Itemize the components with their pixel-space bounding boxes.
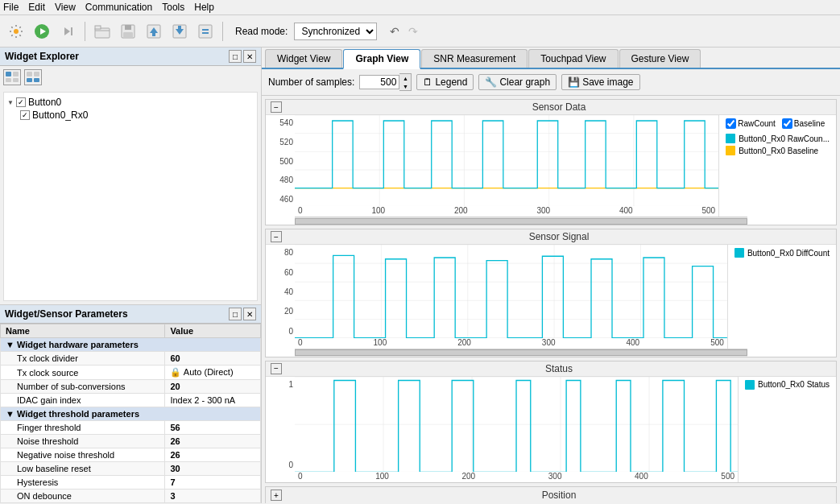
samples-spin-down[interactable]: ▼ (399, 82, 411, 90)
tab-gesture-view[interactable]: Gesture View (619, 49, 701, 68)
position-chart: + Position (265, 486, 837, 503)
sensor-data-scrollbar[interactable] (295, 217, 747, 225)
svg-rect-8 (125, 25, 131, 30)
clear-graph-btn[interactable]: 🔧 Clear graph (478, 74, 557, 90)
samples-input[interactable] (359, 75, 399, 89)
undo-btn[interactable]: ↶ (387, 23, 403, 39)
sensor-signal-collapse-btn[interactable]: − (271, 231, 282, 242)
tree-item-button0[interactable]: ▼ Button0 (7, 96, 254, 109)
menu-view[interactable]: View (55, 2, 76, 13)
svg-rect-21 (27, 72, 32, 76)
sensor-signal-header: − Sensor Signal (266, 229, 836, 245)
svg-rect-5 (95, 28, 110, 38)
svg-rect-19 (6, 78, 11, 82)
sensor-signal-scrollbar-inner (295, 349, 747, 356)
status-xaxis: 0 100 200 300 400 500 (295, 472, 738, 481)
params-row-finger-threshold: Finger threshold 56 (1, 421, 261, 435)
read-mode-select[interactable]: Synchronized Free run (294, 23, 377, 40)
menu-file[interactable]: File (3, 2, 19, 13)
tree-item-button0-rx0[interactable]: Button0_Rx0 (20, 109, 254, 122)
legend-btn[interactable]: 🗒 Legend (416, 74, 474, 90)
tab-snr-measurement[interactable]: SNR Measurement (421, 49, 528, 68)
params-row-idac: IDAC gain index Index 2 - 300 nA (1, 394, 261, 407)
svg-rect-6 (95, 26, 101, 29)
sensor-signal-yaxis: 80 60 40 20 0 (266, 245, 295, 349)
params-row-neg-noise-threshold: Negative noise threshold 26 (1, 448, 261, 462)
position-header: + Position (266, 487, 836, 503)
status-header: − Status (266, 361, 836, 377)
widget-collapse-all-btn[interactable] (24, 69, 42, 85)
tree-checkbox-button0-rx0[interactable] (20, 110, 30, 120)
params-row-tx-clock-divider: Tx clock divider 60 (1, 352, 261, 366)
params-collapse-btn[interactable]: □ (229, 308, 242, 320)
legend-label: Legend (435, 76, 467, 88)
settings-btn[interactable] (5, 20, 27, 43)
rawcount-checkbox[interactable] (726, 118, 736, 129)
step-btn[interactable] (56, 20, 79, 43)
svg-rect-18 (13, 72, 19, 76)
menu-communication[interactable]: Communication (85, 2, 152, 13)
tab-touchpad-view[interactable]: Touchpad View (528, 49, 618, 68)
save-image-btn[interactable]: 💾 Save image (561, 74, 639, 90)
sensor-signal-scrollbar[interactable] (295, 349, 747, 357)
clear-graph-label: Clear graph (499, 76, 550, 88)
samples-spin-up[interactable]: ▲ (399, 74, 411, 82)
params-on-debounce-name: ON debounce (1, 490, 165, 503)
menu-edit[interactable]: Edit (28, 2, 45, 13)
status-label: Button0_Rx0 Status (758, 380, 830, 389)
charts-area: − Sensor Data 540 520 500 480 460 (262, 96, 840, 503)
legend-icon: 🗒 (423, 76, 432, 88)
sensor-data-baseline-check[interactable]: Baseline (782, 118, 825, 129)
widget-collapse-btn[interactable]: □ (229, 50, 242, 63)
status-main: 0 100 200 300 400 500 (295, 377, 738, 482)
sensor-data-legend-baseline: Button0_Rx0 Baseline (726, 146, 830, 155)
save-btn[interactable] (117, 20, 139, 43)
params-idac-value: Index 2 - 300 nA (165, 394, 261, 407)
sensor-data-main: 0 100 200 300 400 500 (295, 115, 718, 217)
toolbar-sep-1 (85, 22, 85, 41)
baseline-checkbox[interactable] (782, 118, 792, 129)
params-noise-threshold-name: Noise threshold (1, 435, 165, 448)
params-table: Name Value ▼ Widget hardware parameters … (0, 324, 261, 503)
tab-widget-view[interactable]: Widget View (265, 49, 342, 68)
params-close-btn[interactable]: ✕ (243, 308, 256, 320)
open-btn[interactable] (91, 20, 114, 43)
sensor-data-rawcount-check[interactable]: RawCount (726, 118, 776, 129)
samples-input-wrap: ▲ ▼ (359, 73, 412, 91)
sensor-signal-svg-area (295, 245, 727, 338)
redo-btn[interactable]: ↷ (405, 23, 421, 39)
tree-checkbox-button0[interactable] (16, 97, 26, 107)
sensor-data-collapse-btn[interactable]: − (271, 101, 282, 113)
params-low-baseline-value: 30 (165, 462, 261, 476)
widget-toolbar (0, 66, 261, 89)
sensor-data-xaxis: 0 100 200 300 400 500 (295, 206, 718, 215)
svg-rect-12 (152, 33, 155, 36)
upload-btn[interactable] (143, 20, 165, 43)
samples-spin: ▲ ▼ (399, 73, 412, 91)
widget-tree: ▼ Button0 Button0_Rx0 (3, 92, 258, 301)
tab-graph-view[interactable]: Graph View (343, 49, 420, 69)
status-collapse-btn[interactable]: − (271, 363, 282, 374)
svg-rect-36 (295, 245, 727, 338)
params-sub-conversions-name: Number of sub-conversions (1, 380, 165, 394)
params-header-icons: □ ✕ (229, 308, 256, 320)
run-btn[interactable] (31, 20, 53, 43)
menu-tools[interactable]: Tools (162, 2, 184, 13)
widget-explorer-title: Widget Explorer (5, 51, 79, 62)
params-title: Widget/Sensor Parameters (5, 308, 128, 320)
svg-rect-9 (123, 32, 133, 38)
params-low-baseline-name: Low baseline reset (1, 462, 165, 476)
widget-expand-all-btn[interactable] (3, 69, 21, 85)
params-col-name: Name (1, 324, 165, 338)
params-tx-clock-source-name: Tx clock source (1, 366, 165, 380)
export-btn[interactable] (194, 20, 217, 43)
download-btn[interactable] (168, 20, 191, 43)
tree-label-button0: Button0 (28, 97, 61, 108)
tree-arrow-button0: ▼ (7, 99, 14, 106)
baseline-label: Button0_Rx0 Baseline (739, 147, 818, 155)
menu-help[interactable]: Help (194, 2, 214, 13)
widget-close-btn[interactable]: ✕ (243, 50, 256, 63)
params-row-on-debounce: ON debounce 3 (1, 490, 261, 503)
position-expand-btn[interactable]: + (271, 490, 282, 501)
sensor-signal-legend: Button0_Rx0 DiffCount (727, 245, 836, 349)
